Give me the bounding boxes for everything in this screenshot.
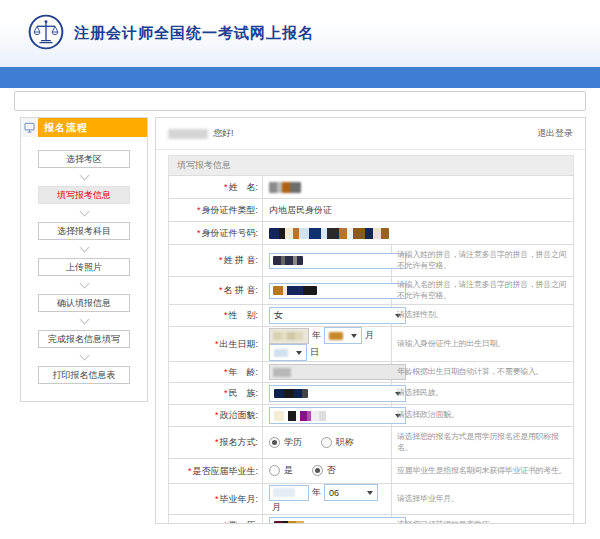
political-status-select[interactable] <box>269 407 406 424</box>
redacted-political-status <box>274 411 326 421</box>
id-number-label: 身份证件号码: <box>201 228 258 238</box>
birthdate-hint: 请输入身份证件上的出生日期。 <box>392 327 574 362</box>
redacted-birth-day <box>274 349 288 357</box>
name-label: 姓 名: <box>228 182 258 192</box>
row-givenname-pinyin: *名 拼 音: 请输入名的拼音，请注意多音字的拼音，拼音之间不允许有空格。 <box>169 277 574 305</box>
givenname-pinyin-input[interactable] <box>269 283 406 299</box>
id-type-value: 内地居民身份证 <box>269 205 332 215</box>
gender-select[interactable]: 女 <box>269 307 406 324</box>
row-graduation-date: *毕业年月: 年06月 请选择毕业年月。 <box>169 484 574 515</box>
ethnicity-select[interactable] <box>269 385 406 402</box>
political-status-label: 政治面貌: <box>219 410 258 420</box>
givenname-pinyin-label: 名 拼 音: <box>223 285 258 295</box>
redacted-graduation-year <box>273 488 295 497</box>
greeting-text: 您好! <box>168 127 234 140</box>
surname-pinyin-input[interactable] <box>269 253 406 269</box>
main-panel: 您好! 退出登录 填写报考信息 *姓 名: *身份证件类型: 内地居民身份证 *… <box>155 117 586 524</box>
registration-form-table: *姓 名: *身份证件类型: 内地居民身份证 *身份证件号码: *姓 拼 音: … <box>168 175 574 524</box>
fresh-graduate-label: 是否应届毕业生: <box>192 466 258 476</box>
birth-year-input[interactable] <box>269 328 309 344</box>
step-list: 选择考区 填写报考信息 选择报考科目 上传照片 确认填报信息 完成报名信息填写 … <box>21 137 147 384</box>
chevron-down-icon <box>79 279 89 289</box>
row-education-level: *学 历: 选择您已经获得的最高学历。 <box>169 515 574 525</box>
section-title: 填写报考信息 <box>168 155 574 175</box>
birth-month-select[interactable] <box>324 327 362 344</box>
graduation-year-input[interactable] <box>269 485 309 501</box>
menu-bar <box>14 91 586 111</box>
process-sidebar: 报名流程 选择考区 填写报考信息 选择报考科目 上传照片 确认填报信息 完成报名… <box>20 117 148 402</box>
registration-method-label: 报名方式: <box>219 437 258 447</box>
age-input-disabled <box>269 364 406 380</box>
row-registration-method: *报名方式: 学历 职称 请选择您的报名方式是用学历报名还是用职称报名。 <box>169 427 574 459</box>
row-gender: *性 别: 女 请选择性别。 <box>169 305 574 327</box>
age-hint: 年龄根据出生日期自动计算，不需要输入。 <box>392 362 574 383</box>
blue-band <box>0 67 600 88</box>
redacted-name-value <box>269 182 301 193</box>
method-title-option[interactable]: 职称 <box>321 436 354 449</box>
row-id-number: *身份证件号码: <box>169 222 574 245</box>
redacted-age <box>273 368 291 377</box>
step-print-form: 打印报名信息表 <box>38 366 130 384</box>
redacted-surname-pinyin <box>273 256 303 265</box>
redacted-id-number <box>269 228 389 239</box>
birthdate-label: 出生日期: <box>219 339 258 349</box>
gender-hint: 请选择性别。 <box>392 305 574 327</box>
step-select-region: 选择考区 <box>38 150 130 168</box>
fresh-grad-yes-option[interactable]: 是 <box>269 464 293 477</box>
radio-checked-icon[interactable] <box>269 437 280 448</box>
id-type-label: 身份证件类型: <box>201 205 258 215</box>
surname-pinyin-label: 姓 拼 音: <box>223 255 258 265</box>
dropdown-arrow-icon <box>296 351 302 355</box>
ethnicity-label: 民 族: <box>228 388 258 398</box>
fresh-grad-no-option[interactable]: 否 <box>312 464 336 477</box>
redacted-ethnicity <box>274 389 308 398</box>
redacted-givenname-pinyin <box>273 286 317 295</box>
redacted-birth-year <box>273 332 303 340</box>
gender-label: 性 别: <box>228 310 258 320</box>
row-id-type: *身份证件类型: 内地居民身份证 <box>169 199 574 222</box>
graduation-month-select[interactable]: 06 <box>324 484 378 501</box>
row-political-status: *政治面貌: 请选择政治面貌。 <box>169 405 574 427</box>
chevron-down-icon <box>79 207 89 217</box>
logout-link[interactable]: 退出登录 <box>537 127 573 140</box>
registration-method-hint: 请选择您的报名方式是用学历报名还是用职称报名。 <box>392 427 574 459</box>
site-title: 注册会计师全国统一考试网上报名 <box>74 24 314 43</box>
dropdown-arrow-icon <box>395 524 401 525</box>
redacted-username <box>168 129 208 139</box>
chevron-down-icon <box>79 351 89 361</box>
step-upload-photo: 上传照片 <box>38 258 130 276</box>
method-degree-option[interactable]: 学历 <box>269 436 302 449</box>
cpa-emblem-logo <box>28 14 64 54</box>
dropdown-arrow-icon <box>367 491 373 495</box>
radio-unchecked-icon[interactable] <box>321 437 332 448</box>
sidebar-header: 报名流程 <box>21 118 147 137</box>
ethnicity-hint: 请选择民族。 <box>392 383 574 405</box>
page-header: 注册会计师全国统一考试网上报名 <box>0 0 600 67</box>
education-level-label: 学 历: <box>228 520 258 524</box>
fresh-graduate-hint: 应届毕业生是指报名期间未获得毕业证书的考生。 <box>392 459 574 484</box>
step-select-subjects: 选择报考科目 <box>38 222 130 240</box>
graduation-date-hint: 请选择毕业年月。 <box>392 484 574 515</box>
row-ethnicity: *民 族: 请选择民族。 <box>169 383 574 405</box>
radio-checked-icon[interactable] <box>312 465 323 476</box>
birth-day-select[interactable] <box>269 344 307 361</box>
row-fresh-graduate: *是否应届毕业生: 是 否 应届毕业生是指报名期间未获得毕业证书的考生。 <box>169 459 574 484</box>
form-wrapper: 填写报考信息 *姓 名: *身份证件类型: 内地居民身份证 *身份证件号码: *… <box>156 150 585 524</box>
row-surname-pinyin: *姓 拼 音: 请输入姓的拼音，请注意多音字的拼音，拼音之间不允许有空格。 <box>169 245 574 277</box>
step-fill-info-active: 填写报考信息 <box>38 186 130 204</box>
chevron-down-icon <box>79 315 89 325</box>
step-complete-info: 完成报名信息填写 <box>38 330 130 348</box>
education-level-select[interactable] <box>269 517 406 524</box>
redacted-birth-month <box>329 332 343 340</box>
greeting-bar: 您好! 退出登录 <box>156 118 585 150</box>
chevron-down-icon <box>79 243 89 253</box>
education-level-hint: 选择您已经获得的最高学历。 <box>392 515 574 525</box>
dropdown-arrow-icon <box>351 334 357 338</box>
redacted-education-level <box>274 521 304 524</box>
age-label: 年 龄: <box>228 367 258 377</box>
row-name: *姓 名: <box>169 176 574 199</box>
radio-unchecked-icon[interactable] <box>269 465 280 476</box>
graduation-date-label: 毕业年月: <box>219 494 258 504</box>
monitor-icon <box>21 118 38 137</box>
political-status-hint: 请选择政治面貌。 <box>392 405 574 427</box>
